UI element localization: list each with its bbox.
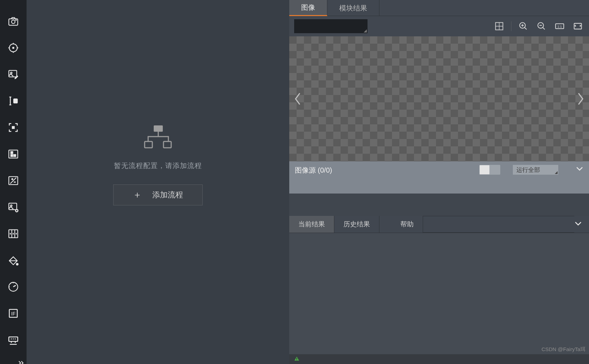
image-prev-button[interactable]	[291, 88, 305, 109]
svg-rect-23	[154, 125, 163, 132]
tool-gauge[interactable]	[6, 281, 20, 293]
svg-rect-10	[11, 152, 13, 154]
svg-rect-12	[14, 154, 16, 156]
target-icon	[7, 42, 19, 54]
tool-plus-minus[interactable]	[6, 175, 20, 187]
tool-hierarchy[interactable]	[6, 148, 20, 160]
svg-rect-7	[13, 99, 18, 103]
tool-target[interactable]	[6, 42, 20, 54]
svg-rect-33	[297, 359, 297, 360]
svg-rect-32	[297, 358, 297, 359]
flow-empty-state: 暂无流程配置，请添加流程 ＋ 添加流程	[113, 124, 203, 205]
paint-bucket-icon	[7, 254, 19, 266]
columns-icon	[7, 228, 19, 240]
svg-point-2	[16, 20, 16, 20]
svg-point-4	[13, 47, 14, 49]
tool-io[interactable]	[6, 334, 20, 346]
image-viewer	[289, 36, 589, 161]
svg-text:1:1: 1:1	[558, 25, 562, 28]
chevron-down-icon	[576, 166, 583, 171]
image-settings-icon	[7, 201, 19, 213]
status-bar	[289, 354, 589, 364]
app-root: IF 暂无流程配置，请添加流程 ＋ 添加流程 图像 模块结果	[0, 0, 589, 364]
flow-empty-message: 暂无流程配置，请添加流程	[114, 161, 202, 170]
toolbar-expand-button[interactable]	[0, 361, 27, 364]
camera-icon	[7, 15, 19, 27]
lower-content	[289, 233, 589, 354]
tool-text-cursor[interactable]	[6, 95, 20, 107]
fit-grid-button[interactable]	[493, 20, 506, 32]
svg-rect-25	[163, 141, 171, 148]
zoom-out-icon	[537, 21, 546, 31]
tool-columns[interactable]	[6, 228, 20, 240]
right-panel: 图像 模块结果 1:1	[289, 0, 589, 364]
if-block-icon: IF	[7, 307, 19, 319]
zoom-out-button[interactable]	[535, 20, 548, 32]
tab-image[interactable]: 图像	[289, 0, 327, 16]
image-select-dropdown[interactable]	[294, 19, 368, 33]
gauge-icon	[7, 281, 19, 293]
left-toolbar: IF	[0, 0, 27, 364]
svg-rect-11	[11, 154, 13, 156]
zoom-actual-button[interactable]: 1:1	[553, 20, 566, 32]
watermark: CSDN @FairyTa珥	[541, 346, 586, 353]
tool-if[interactable]: IF	[6, 307, 20, 319]
chevron-left-icon	[293, 92, 302, 106]
image-toolbar: 1:1	[289, 16, 589, 36]
tool-focus[interactable]	[6, 122, 20, 133]
zoom-in-icon	[518, 21, 528, 31]
svg-point-1	[12, 20, 15, 23]
tool-paint[interactable]	[6, 254, 20, 266]
tool-image-edit[interactable]	[6, 68, 20, 80]
flow-panel: 暂无流程配置，请添加流程 ＋ 添加流程	[27, 0, 289, 364]
upper-tabs: 图像 模块结果	[289, 0, 589, 16]
tool-camera[interactable]	[6, 15, 20, 27]
mid-gap	[289, 194, 589, 216]
lower-collapse-button[interactable]	[574, 221, 582, 227]
image-source-label: 图像源 (0/0)	[295, 166, 332, 175]
image-source-toggle[interactable]	[479, 165, 500, 175]
grid-plus-icon	[494, 21, 504, 31]
tab-module-result-label: 模块结果	[339, 3, 367, 13]
tab-current-result[interactable]: 当前结果	[289, 216, 334, 233]
expand-right-icon	[18, 361, 24, 364]
fit-screen-icon	[573, 21, 583, 31]
chevron-down-icon	[574, 221, 582, 226]
zoom-in-button[interactable]	[517, 20, 530, 32]
status-warning-icon	[294, 356, 299, 363]
image-edit-icon	[7, 68, 19, 80]
lower-tabs: 当前结果 历史结果 帮助	[289, 216, 589, 233]
tab-history-result[interactable]: 历史结果	[334, 216, 379, 233]
plus-icon: ＋	[133, 189, 142, 201]
run-mode-label: 运行全部	[516, 166, 540, 174]
tab-module-result[interactable]: 模块结果	[327, 0, 379, 16]
svg-rect-9	[9, 150, 18, 158]
source-collapse-button[interactable]	[576, 165, 583, 173]
one-to-one-icon: 1:1	[555, 21, 565, 31]
image-next-button[interactable]	[574, 88, 588, 109]
svg-rect-8	[12, 126, 14, 129]
image-source-bar: 图像源 (0/0) 运行全部	[289, 161, 589, 194]
text-cursor-icon	[7, 95, 19, 107]
io-icon	[7, 334, 19, 346]
focus-square-icon	[7, 122, 19, 133]
add-flow-button[interactable]: ＋ 添加流程	[113, 184, 203, 205]
add-flow-label: 添加流程	[152, 190, 183, 200]
svg-text:IF: IF	[11, 311, 16, 316]
tab-help[interactable]: 帮助	[391, 216, 423, 233]
run-mode-select[interactable]: 运行全部	[513, 165, 558, 175]
svg-rect-24	[145, 141, 152, 148]
flow-diagram-icon	[142, 124, 174, 151]
svg-point-18	[16, 263, 18, 265]
tool-image-settings[interactable]	[6, 201, 20, 213]
svg-point-16	[16, 210, 18, 212]
hierarchy-icon	[7, 148, 19, 160]
chevron-right-icon	[576, 92, 585, 106]
zoom-fit-button[interactable]	[572, 20, 584, 32]
tab-image-label: 图像	[301, 3, 315, 12]
plus-minus-icon	[7, 175, 19, 187]
